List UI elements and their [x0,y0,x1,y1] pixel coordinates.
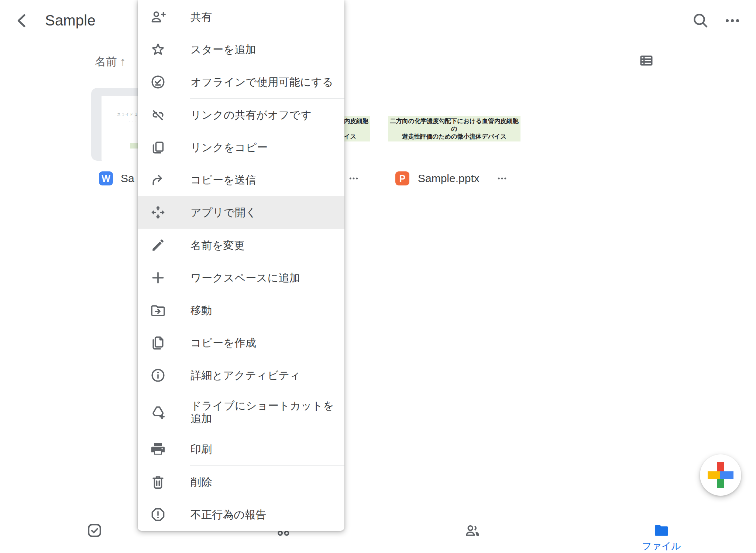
nav-tab-label: ファイル [642,540,681,553]
menu-item-label: 印刷 [190,443,212,456]
file-more-icon[interactable] [346,173,361,184]
menu-item-make-available-offline[interactable]: オフラインで使用可能にする [138,66,344,98]
report-icon [150,506,166,523]
menu-item-details-activity[interactable]: 詳細とアクティビティ [138,359,344,392]
menu-item-label: アプリで開く [190,206,257,219]
menu-item-share[interactable]: 共有 [138,1,344,33]
plus-icon [150,270,166,286]
slide-title-thumbnail[interactable]: 二方向の化学濃度勾配下における血管内皮細胞の 遊走性評価のための微小流体デバイス [388,116,520,141]
menu-item-label: 共有 [190,11,212,24]
link-off-icon [150,107,166,123]
menu-item-label: オフラインで使用可能にする [190,76,333,89]
back-button[interactable] [13,11,31,30]
sort-ascending-arrow-icon: ↑ [120,55,126,68]
menu-item-report-abuse[interactable]: 不正行為の報告 [138,498,344,531]
menu-item-copy-link[interactable]: リンクをコピー [138,131,344,164]
menu-item-make-copy[interactable]: コピーを作成 [138,327,344,359]
menu-item-send-copy[interactable]: コピーを送信 [138,164,344,196]
file-copy-icon [150,335,166,351]
info-icon [150,367,166,383]
send-copy-icon [150,172,166,188]
add-shortcut-icon [150,404,166,420]
menu-item-link-sharing-off[interactable]: リンクの共有がオフです [138,99,344,131]
person-add-icon [150,9,166,25]
file-context-menu: 共有スターを追加オフラインで使用可能にするリンクの共有がオフですリンクをコピーコ… [138,0,344,531]
folder-move-icon [150,302,166,318]
menu-item-label: 移動 [190,304,212,317]
bottom-navigation: ファイル [0,517,756,553]
powerpoint-file-badge: P [395,171,409,185]
star-icon [150,41,166,58]
slide-title-line: 二方向の化学濃度勾配下における血管内皮細胞の [389,117,519,133]
menu-item-move[interactable]: 移動 [138,294,344,327]
menu-item-label: ドライブにショートカットを追加 [190,399,334,425]
menu-item-label: 不正行為の報告 [190,508,267,521]
menu-item-delete[interactable]: 削除 [138,466,344,498]
sort-label: 名前 [95,55,117,68]
menu-item-label: リンクをコピー [190,141,268,154]
print-icon [150,441,166,457]
slide-title-line: 遊走性評価のための微小流体デバイス [389,133,519,140]
menu-item-label: 名前を変更 [190,239,245,252]
menu-item-rename[interactable]: 名前を変更 [138,229,344,262]
offline-pin-icon [150,74,166,90]
open-with-icon [150,204,166,221]
menu-item-add-to-workspace[interactable]: ワークスペースに追加 [138,262,344,294]
menu-item-open-in-app[interactable]: アプリで開く [138,196,344,229]
file-name: Sample.pptx [418,172,480,185]
copy-icon [150,139,166,156]
sort-by-name[interactable]: 名前↑ [95,54,126,69]
delete-icon [150,474,166,490]
page-title: Sample [45,12,96,29]
create-fab-button[interactable] [700,454,741,496]
overflow-menu-icon[interactable] [723,12,742,30]
thumbnail-text: スライド 1 [117,112,137,117]
file-more-icon[interactable] [495,173,509,184]
menu-item-label: リンクの共有がオフです [190,109,312,122]
menu-item-label: 削除 [190,476,212,489]
edit-icon [150,237,166,253]
menu-item-label: ワークスペースに追加 [190,272,300,284]
menu-item-print[interactable]: 印刷 [138,433,344,465]
menu-item-add-star[interactable]: スターを追加 [138,33,344,66]
folder-icon [653,522,670,539]
file-name: Sa [121,172,134,185]
menu-item-label: コピーを送信 [190,174,256,187]
google-drive-app: Sample 名前↑ スライド 1 · · · · · W Sa 二方向の化学濃… [0,0,756,553]
list-view-toggle-icon[interactable] [639,53,654,68]
select-check-icon [86,522,103,539]
people-icon [464,522,481,539]
nav-tab-shared[interactable] [378,517,567,553]
menu-item-label: スターを追加 [190,43,256,56]
nav-tab-files[interactable]: ファイル [567,517,756,553]
menu-item-label: 詳細とアクティビティ [190,369,300,382]
search-icon[interactable] [691,11,709,30]
menu-item-add-shortcut-to-drive[interactable]: ドライブにショートカットを追加 [138,392,344,433]
word-file-badge: W [99,171,113,185]
menu-item-label: コピーを作成 [190,337,256,349]
